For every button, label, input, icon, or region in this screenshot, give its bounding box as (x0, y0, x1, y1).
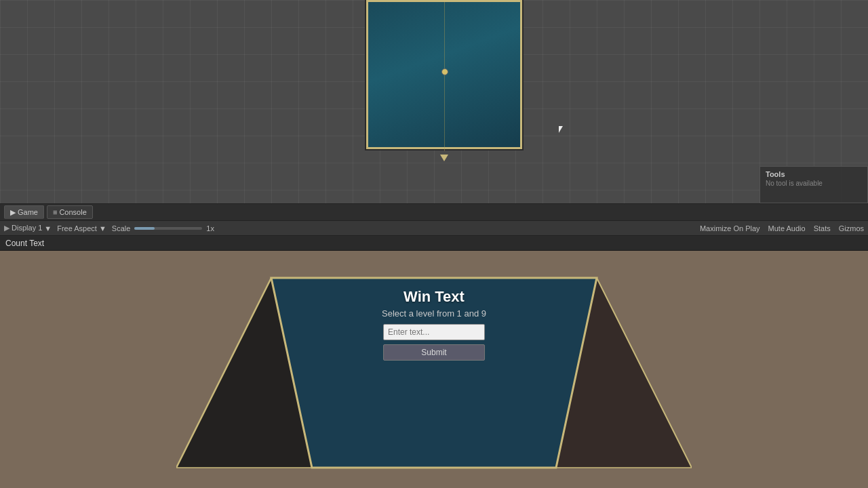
scale-value: 1x (206, 224, 214, 232)
transform-arrow-down[interactable] (440, 155, 448, 161)
scale-slider[interactable] (134, 227, 202, 230)
game-label-bar: Count Text (0, 236, 868, 251)
display-dropdown-icon[interactable]: ▼ (44, 224, 52, 232)
win-dialog: Win Text Select a level from 1 and 9 Sub… (382, 288, 486, 361)
tab-console[interactable]: ≡ Console (47, 205, 93, 219)
submit-button[interactable]: Submit (383, 344, 485, 361)
mute-audio-btn[interactable]: Mute Audio (768, 224, 806, 232)
scene-editor: Tools No tool is available (0, 0, 868, 203)
game-tab-label: Game (18, 208, 38, 216)
display-value: Display 1 (12, 224, 42, 232)
scene-game-object[interactable] (366, 0, 522, 149)
win-dialog-title: Win Text (382, 288, 486, 306)
scale-label: Scale (112, 224, 131, 232)
tab-bar: ▶ Game ≡ Console (0, 203, 868, 221)
aspect-value: Free Aspect (57, 224, 97, 232)
display-partial-text: ▶ (4, 224, 12, 232)
maximize-on-play-btn[interactable]: Maximize On Play (700, 224, 760, 232)
gizmos-btn[interactable]: Gizmos (839, 224, 864, 232)
count-text-label: Count Text (5, 239, 44, 248)
options-right-group: Maximize On Play Mute Audio Stats Gizmos (700, 224, 864, 232)
win-dialog-subtitle: Select a level from 1 and 9 (382, 308, 486, 319)
aspect-dropdown-icon[interactable]: ▼ (99, 224, 106, 232)
stats-btn[interactable]: Stats (814, 224, 831, 232)
pivot-line-vertical (444, 2, 445, 151)
options-bar: ▶ Display 1 ▼ Free Aspect ▼ Scale 1x Max… (0, 221, 868, 236)
display-label: ▶ Display 1 (4, 224, 42, 232)
tools-panel-subtitle: No tool is available (766, 180, 862, 187)
scale-option: Scale 1x (112, 224, 214, 232)
tab-game[interactable]: ▶ Game (4, 205, 44, 219)
game-view: Win Text Select a level from 1 and 9 Sub… (0, 251, 868, 488)
mouse-cursor (559, 126, 567, 138)
tools-panel-title: Tools (766, 170, 862, 178)
aspect-option: Free Aspect ▼ (57, 224, 106, 232)
level-input[interactable] (383, 324, 485, 340)
pivot-handle[interactable] (441, 68, 448, 75)
game-tab-icon: ▶ (10, 208, 16, 217)
console-tab-icon: ≡ (53, 208, 57, 216)
display-option: ▶ Display 1 ▼ (4, 224, 52, 232)
console-tab-label: Console (59, 208, 86, 216)
tools-panel: Tools No tool is available (760, 166, 868, 203)
